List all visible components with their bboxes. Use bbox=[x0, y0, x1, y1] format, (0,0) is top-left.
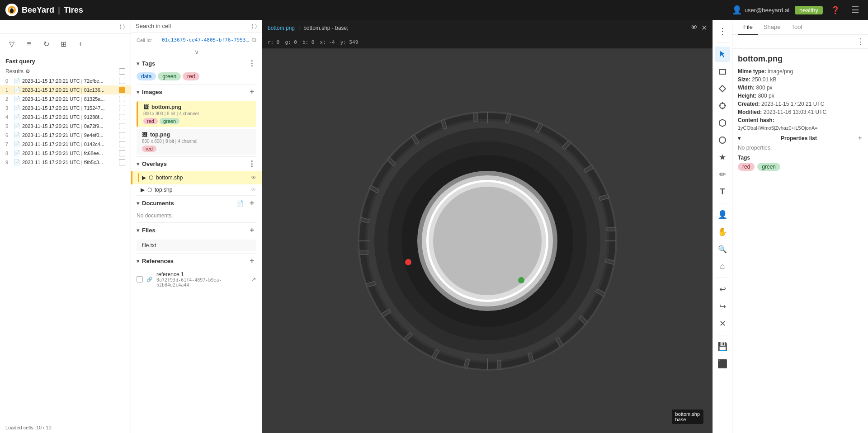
overlay-expand-btn[interactable]: ▶ bbox=[142, 174, 146, 181]
overlay-visibility-bottom[interactable]: 👁 bbox=[251, 174, 256, 181]
reference-checkbox[interactable] bbox=[137, 276, 143, 282]
references-section-header[interactable]: ▾ References ＋ bbox=[131, 254, 262, 268]
more-options-button[interactable]: ⋮ bbox=[715, 24, 730, 39]
tab-shape[interactable]: Shape bbox=[758, 20, 786, 34]
cursor-tool-button[interactable] bbox=[715, 47, 730, 62]
overlays-more-button[interactable]: ⋮ bbox=[247, 160, 256, 168]
reference-item-1[interactable]: 🔗 reference 1 0a72f93d-61f4-4897-b9ea-b2… bbox=[131, 268, 262, 290]
references-add-button[interactable]: ＋ bbox=[247, 256, 256, 266]
circle-tool-button[interactable] bbox=[715, 132, 730, 148]
help-button[interactable]: ❓ bbox=[828, 3, 843, 17]
refresh-button[interactable]: ↻ bbox=[39, 37, 53, 51]
tag-red[interactable]: red bbox=[183, 72, 199, 80]
cell-id-row: Cell Id: 01c13679-ce47-4805-bf76-7953e66… bbox=[131, 33, 262, 47]
results-gear-icon[interactable]: ⚙ bbox=[25, 68, 30, 75]
overlay-item-bottom[interactable]: ▶ ⬡ bottom.shp 👁 bbox=[131, 171, 262, 184]
files-add-button[interactable]: ＋ bbox=[247, 226, 256, 235]
add-button[interactable]: ＋ bbox=[73, 37, 88, 51]
info-tag-green[interactable]: green bbox=[757, 163, 780, 171]
redo-button[interactable]: ↪ bbox=[715, 299, 730, 314]
result-row-4[interactable]: 4 📄 2023-11-15 17:20:21 UTC | 91288f... bbox=[0, 113, 131, 122]
image-item-bottom[interactable]: 🖼 bottom.png 800 x 800 | 8 bit | 4 chann… bbox=[137, 101, 256, 127]
image-item-top[interactable]: 🖼 top.png 800 x 800 | 8 bit | 4 channel … bbox=[137, 129, 256, 155]
file-item-txt[interactable]: file.txt bbox=[137, 240, 256, 251]
hexagon-tool-button[interactable] bbox=[715, 115, 730, 131]
result-row-3[interactable]: 3 📄 2023-11-15 17:20:21 UTC | 715247... bbox=[0, 104, 131, 113]
references-section-title: References bbox=[142, 258, 245, 264]
copy-cell-id-button[interactable]: ⧉ bbox=[252, 36, 256, 44]
annotation-dot-red[interactable] bbox=[405, 259, 411, 265]
result-row-5[interactable]: 5 📄 2023-11-15 17:20:21 UTC | 0a72f9... bbox=[0, 122, 131, 131]
images-section-header[interactable]: ▾ Images ＋ bbox=[131, 85, 262, 99]
result-row-7[interactable]: 7 📄 2023-11-15 17:20:21 UTC | 0142c4... bbox=[0, 140, 131, 149]
annotation-dot-green[interactable] bbox=[518, 277, 524, 283]
documents-section-header[interactable]: ▾ Documents 📄 ＋ bbox=[131, 196, 262, 211]
expand-cell-button[interactable]: ∨ bbox=[131, 47, 262, 56]
svg-rect-19 bbox=[474, 113, 477, 122]
grid-button[interactable]: ⊞ bbox=[56, 37, 71, 51]
sort-button[interactable]: ≡ bbox=[22, 37, 36, 51]
diamond-tool-button[interactable] bbox=[715, 81, 730, 96]
overlay-item-top[interactable]: ▶ ⬡ top.shp 👁 bbox=[131, 184, 262, 195]
result-row-0[interactable]: 0 📄 2023-11-15 17:20:21 UTC | 72efbe... bbox=[0, 76, 131, 85]
no-documents-label: No documents. bbox=[131, 211, 262, 222]
tire-svg bbox=[352, 105, 623, 377]
tags-section-header[interactable]: ▾ Tags ⋮ bbox=[131, 56, 262, 71]
info-tag-red[interactable]: red bbox=[738, 163, 755, 171]
save-tool-button[interactable]: 💾 bbox=[715, 339, 730, 354]
overlay-expand-btn-top[interactable]: ▶ bbox=[141, 187, 145, 193]
properties-add-button[interactable]: ＋ bbox=[857, 134, 863, 142]
left-panel-header: ⟨ ⟩ bbox=[0, 20, 131, 34]
right-toolbar: ⋮ ★ ✏ T 👤 ✋ 🔍 ⌂ ↩ ↪ ✕ 💾 ⬛ bbox=[712, 20, 732, 433]
export-button[interactable]: ⬛ bbox=[715, 356, 730, 372]
person-tool-button[interactable]: 👤 bbox=[715, 207, 730, 222]
images-add-button[interactable]: ＋ bbox=[247, 87, 256, 97]
canvas-eye-button[interactable]: 👁 bbox=[690, 24, 698, 32]
crosshair-tool-button[interactable] bbox=[715, 98, 730, 113]
overlay-shape-icon-top: ⬡ bbox=[147, 187, 152, 193]
undo-button[interactable]: ↩ bbox=[715, 282, 730, 297]
tag-data[interactable]: data bbox=[137, 72, 156, 80]
tags-more-button[interactable]: ⋮ bbox=[247, 59, 256, 68]
result-row-1[interactable]: 1 📄 2023-11-15 17:20:21 UTC | 01c136... bbox=[0, 85, 131, 94]
left-panel-collapse[interactable]: ⟨ ⟩ bbox=[119, 24, 125, 30]
documents-add-button[interactable]: ＋ bbox=[247, 198, 256, 208]
content-hash-row: Content hash: bbox=[738, 117, 863, 123]
tab-tool[interactable]: Tool bbox=[786, 20, 808, 34]
middle-panel-collapse[interactable]: ⟨ ⟩ bbox=[251, 23, 257, 29]
left-panel: ⟨ ⟩ ▽ ≡ ↻ ⊞ ＋ Fast query Results ⚙ 0 📄 2… bbox=[0, 20, 131, 433]
delete-button[interactable]: ✕ bbox=[715, 316, 730, 331]
canvas-body[interactable]: bottom.shp base bbox=[262, 49, 712, 433]
right-panel-more-button[interactable]: ⋮ bbox=[856, 37, 864, 47]
overlays-section-header[interactable]: ▾ Overlays ⋮ bbox=[131, 157, 262, 171]
tag-green[interactable]: green bbox=[158, 72, 181, 80]
topbar-left: BeeYard | Tires bbox=[5, 4, 83, 16]
zoom-tool-button[interactable]: 🔍 bbox=[715, 241, 730, 257]
result-row-8[interactable]: 8 📄 2023-11-15 17:20:21 UTC | fc68ee... bbox=[0, 149, 131, 158]
tab-file[interactable]: File bbox=[738, 20, 758, 35]
home-tool-button[interactable]: ⌂ bbox=[715, 259, 730, 274]
hand-tool-button[interactable]: ✋ bbox=[715, 224, 730, 240]
reference-external-link[interactable]: ↗ bbox=[251, 276, 256, 283]
topbar: BeeYard | Tires 👤 user@beeyard.ai health… bbox=[0, 0, 868, 20]
result-row-6[interactable]: 6 📄 2023-11-15 17:20:21 UTC | 9e4ef0... bbox=[0, 131, 131, 140]
result-row-2[interactable]: 2 📄 2023-11-15 17:20:21 UTC | 81325a... bbox=[0, 94, 131, 104]
pencil-tool-button[interactable]: ✏ bbox=[715, 167, 730, 182]
canvas-close-button[interactable]: ✕ bbox=[701, 24, 707, 32]
star-tool-button[interactable]: ★ bbox=[715, 150, 730, 165]
app-section: Tires bbox=[64, 5, 83, 15]
image-tag-red[interactable]: red bbox=[143, 118, 158, 124]
filter-button[interactable]: ▽ bbox=[5, 37, 19, 51]
properties-header[interactable]: ▾ Properties list ＋ bbox=[738, 134, 863, 142]
image-tag-red-top[interactable]: red bbox=[142, 146, 156, 152]
bee-logo-icon bbox=[5, 4, 18, 16]
overlay-visibility-top[interactable]: 👁 bbox=[251, 187, 256, 193]
image-tag-green[interactable]: green bbox=[160, 118, 179, 124]
image-icon-top: 🖼 bbox=[142, 132, 147, 138]
text-tool-button[interactable]: T bbox=[715, 184, 730, 199]
result-row-9[interactable]: 9 📄 2023-11-15 17:20:21 UTC | f9b5c3... bbox=[0, 158, 131, 167]
menu-button[interactable]: ☰ bbox=[848, 3, 863, 17]
files-section-header[interactable]: ▾ Files ＋ bbox=[131, 223, 262, 238]
results-select-all[interactable] bbox=[119, 68, 125, 75]
rectangle-tool-button[interactable] bbox=[715, 64, 730, 79]
